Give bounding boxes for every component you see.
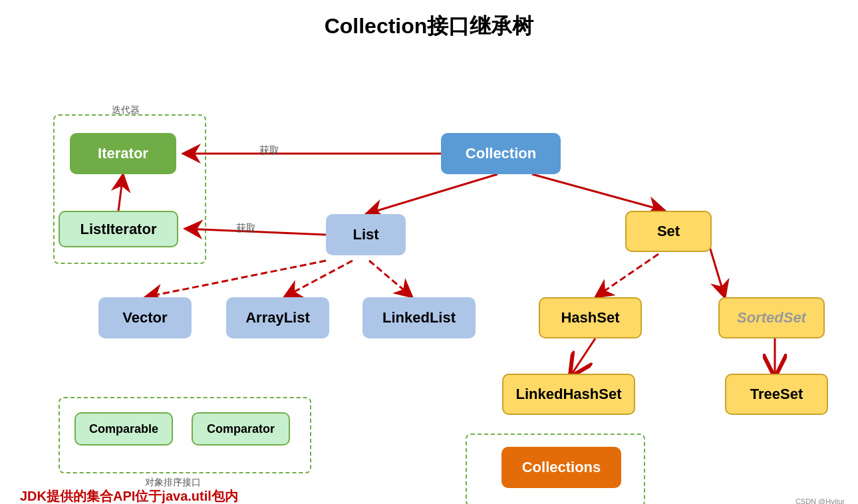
comparator-node: Comparator bbox=[192, 412, 290, 445]
svg-line-10 bbox=[572, 338, 595, 374]
svg-line-2 bbox=[532, 174, 665, 211]
comparable-node: Comparable bbox=[74, 412, 173, 445]
watermark: CSDN @Hvitur bbox=[795, 497, 845, 504]
svg-line-7 bbox=[369, 261, 412, 297]
svg-line-6 bbox=[284, 261, 353, 297]
linkedhashset-node: LinkedHashSet bbox=[502, 374, 635, 415]
hashset-node: HashSet bbox=[539, 297, 642, 338]
get-listiterator-label: 获取 bbox=[236, 222, 256, 235]
get-iterator-label: 获取 bbox=[259, 144, 279, 157]
linkedlist-node: LinkedList bbox=[362, 297, 476, 338]
list-node: List bbox=[326, 214, 406, 255]
svg-line-5 bbox=[145, 261, 326, 297]
footer-text: JDK提供的集合API位于java.util包内 bbox=[20, 487, 238, 504]
vector-node: Vector bbox=[98, 297, 192, 338]
treeset-node: TreeSet bbox=[725, 374, 828, 415]
sortedset-node: SortedSet bbox=[718, 297, 825, 338]
svg-line-8 bbox=[595, 254, 658, 297]
iterator-box-label: 迭代器 bbox=[112, 104, 140, 116]
svg-line-1 bbox=[366, 174, 498, 214]
iterator-node: Iterator bbox=[70, 133, 176, 174]
page-title: Collection接口继承树 bbox=[0, 0, 858, 48]
listiterator-node: ListIterator bbox=[59, 211, 178, 247]
arraylist-node: ArrayList bbox=[226, 297, 329, 338]
set-node: Set bbox=[625, 211, 712, 252]
collection-node: Collection bbox=[441, 133, 561, 174]
collections-node: Collections bbox=[501, 447, 621, 488]
